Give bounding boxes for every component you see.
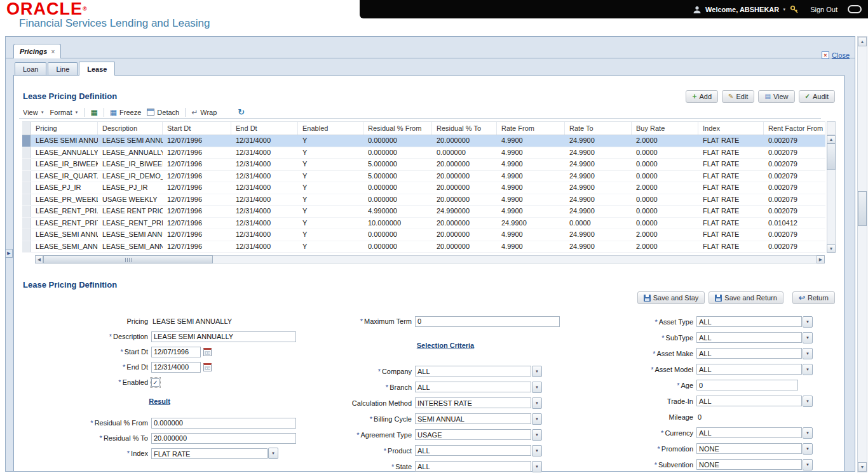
asset-model-select[interactable]: ALL ▼ (696, 364, 813, 375)
dropdown-icon[interactable]: ▼ (803, 396, 813, 407)
subtype-select[interactable]: ALL ▼ (696, 332, 813, 343)
description-input[interactable] (151, 331, 296, 342)
enabled-checkbox[interactable]: ✓ (151, 378, 159, 387)
dropdown-icon[interactable]: ▼ (803, 427, 813, 439)
dropdown-icon[interactable]: ▼ (532, 413, 542, 425)
trade-in-select[interactable]: ALL ▼ (696, 396, 813, 407)
return-button[interactable]: ↩ Return (792, 291, 835, 304)
export-icon[interactable]: ▦ (90, 109, 97, 116)
age-input[interactable] (696, 380, 798, 390)
page-scroll-thumb[interactable] (858, 191, 867, 226)
column-header[interactable]: Residual % To (432, 122, 497, 135)
horizontal-scroll-track[interactable] (213, 255, 817, 263)
maximum-term-input[interactable] (415, 316, 560, 327)
table-row[interactable]: LEASE SEMI ANNU...LEASE SEMI ANNU...12/0… (22, 135, 825, 147)
tab-close-icon[interactable]: × (51, 48, 55, 55)
branch-select[interactable]: ALL ▼ (415, 382, 542, 393)
agreement-type-select[interactable]: USAGE ▼ (415, 429, 542, 441)
dropdown-icon[interactable]: ▼ (803, 459, 813, 470)
column-header[interactable]: Rent Factor From (764, 122, 825, 135)
column-header[interactable]: Residual % From (363, 122, 432, 135)
refresh-icon[interactable]: ↻ (238, 108, 245, 116)
column-header[interactable]: Rate To (565, 122, 632, 135)
asset-make-select[interactable]: ALL ▼ (696, 348, 813, 359)
billing-cycle-select[interactable]: SEMI ANNUAL ▼ (415, 413, 542, 425)
product-select[interactable]: ALL ▼ (415, 445, 542, 456)
logout-icon[interactable] (848, 5, 862, 13)
dropdown-icon[interactable]: ▼ (803, 332, 813, 343)
column-header[interactable]: Rate From (497, 122, 565, 135)
scroll-left-button[interactable]: ◀ (35, 255, 43, 263)
end-dt-input[interactable] (151, 362, 201, 373)
dropdown-icon[interactable]: ▼ (532, 461, 542, 472)
detach-button[interactable]: Detach (147, 109, 179, 116)
residual-to-input[interactable] (151, 433, 296, 444)
tab-pricings[interactable]: Pricings × (13, 44, 61, 58)
table-row[interactable]: LEASE_RENT_PRIT...LEASE_RENT_PRIT...12/0… (22, 218, 825, 230)
start-dt-input[interactable] (151, 347, 201, 357)
format-menu[interactable]: Format ▼ (50, 109, 79, 116)
sign-out-link[interactable]: Sign Out (810, 6, 837, 13)
add-button[interactable]: + Add (686, 90, 718, 103)
subvention-select[interactable]: NONE ▼ (696, 459, 813, 470)
dropdown-icon[interactable]: ▼ (803, 316, 813, 328)
table-row[interactable]: LEASE_SEMI ANNU...LEASE_SEMI ANNU...12/0… (22, 229, 825, 241)
scroll-up-button[interactable]: ▲ (827, 135, 836, 143)
scroll-down-button[interactable]: ▼ (827, 244, 836, 253)
view-menu[interactable]: View ▼ (23, 109, 44, 116)
welcome-user-menu[interactable]: Welcome, ABSHEKAR ▼ (705, 6, 786, 13)
promotion-select[interactable]: NONE ▼ (696, 443, 813, 455)
index-select[interactable]: FLAT RATE ▼ (151, 448, 278, 459)
close-window-link[interactable]: × Close (822, 51, 850, 59)
dropdown-icon[interactable]: ▼ (532, 382, 542, 393)
page-scroll-up-button[interactable]: ▲ (858, 37, 867, 46)
audit-button[interactable]: ✓ Audit (799, 90, 835, 103)
table-row[interactable]: LEASE_RENT_PRI...LEASE RENT PRICI...12/0… (22, 206, 825, 218)
table-row[interactable]: LEASE_IR_BIWEEK...LEASE_IR_BIWEEK...12/0… (22, 159, 825, 171)
dropdown-icon[interactable]: ▼ (268, 448, 278, 459)
calendar-icon[interactable] (203, 363, 212, 371)
column-header[interactable]: Index (698, 122, 764, 135)
dropdown-icon[interactable]: ▼ (803, 348, 813, 359)
table-row[interactable]: LEASE_ANNUALLYLEASE_ANNUALLY...12/07/199… (22, 147, 825, 159)
table-row[interactable]: LEASE_PR_WEEKLYUSAGE WEEKLY12/07/199612/… (22, 194, 825, 206)
edit-button[interactable]: ✎ Edit (722, 90, 754, 103)
vertical-scroll-thumb[interactable] (827, 143, 836, 170)
asset-type-select[interactable]: ALL ▼ (696, 316, 813, 328)
column-header[interactable]: Buy Rate (632, 122, 698, 135)
residual-from-input[interactable] (151, 418, 296, 429)
company-select[interactable]: ALL ▼ (415, 366, 542, 377)
scroll-right-button[interactable]: ▶ (817, 255, 825, 263)
tab-lease[interactable]: Lease (79, 62, 115, 76)
splitter-toggle[interactable]: ▶ (5, 249, 13, 258)
dropdown-icon[interactable]: ▼ (803, 443, 813, 455)
column-header[interactable]: Pricing (31, 122, 98, 135)
tab-loan[interactable]: Loan (15, 62, 46, 75)
dropdown-icon[interactable]: ▼ (803, 364, 813, 375)
column-header[interactable]: End Dt (231, 122, 298, 135)
state-select[interactable]: ALL ▼ (415, 461, 542, 472)
page-scroll-down-button[interactable]: ▼ (858, 462, 867, 472)
dropdown-icon[interactable]: ▼ (532, 429, 542, 441)
view-button[interactable]: ▤ View (758, 90, 794, 103)
dropdown-icon[interactable]: ▼ (532, 397, 542, 409)
horizontal-scroll-thumb[interactable] (43, 255, 213, 263)
table-row[interactable]: LEASE_PJ_IRLEASE_PJ_IR12/07/199612/31/40… (22, 182, 825, 194)
dropdown-icon[interactable]: ▼ (532, 366, 542, 377)
column-header[interactable]: Enabled (298, 122, 363, 135)
wrap-button[interactable]: ↵ Wrap (191, 109, 217, 116)
column-header[interactable]: Description (98, 122, 163, 135)
currency-select[interactable]: ALL ▼ (696, 427, 813, 439)
table-row[interactable]: LEASE_IR_QUART...LEASE_IR_DEMO_...12/07/… (22, 171, 825, 183)
tab-line[interactable]: Line (48, 62, 78, 75)
calendar-icon[interactable] (203, 348, 212, 356)
page-scroll-track[interactable] (858, 226, 867, 462)
dropdown-icon[interactable]: ▼ (532, 445, 542, 456)
table-row[interactable]: LEASE_SEMI_ANN...LEASE_SEMI_ANN...12/07/… (22, 241, 825, 253)
save-and-return-button[interactable]: Save and Return (709, 291, 783, 304)
vertical-scroll-track[interactable] (827, 170, 836, 244)
save-and-stay-button[interactable]: Save and Stay (637, 291, 705, 304)
page-scroll-track[interactable] (858, 46, 867, 191)
column-header[interactable]: Start Dt (163, 122, 231, 135)
freeze-button[interactable]: ▦ Freeze (110, 109, 142, 116)
